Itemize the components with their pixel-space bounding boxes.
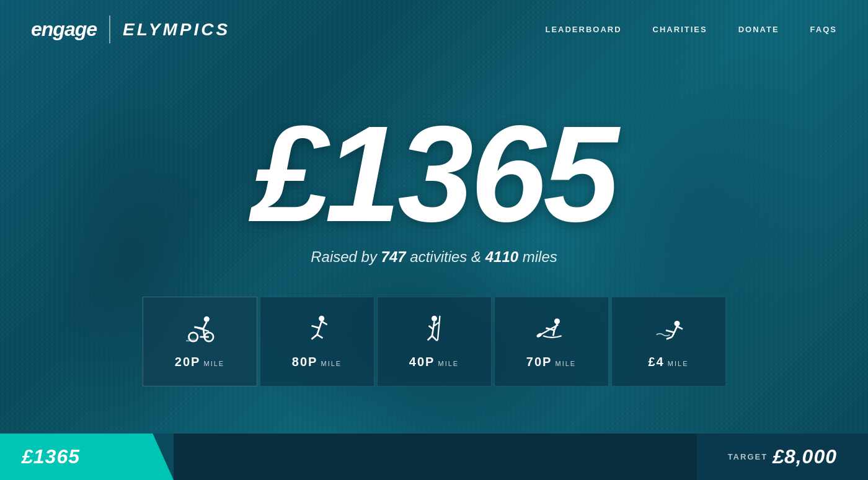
nav-leaderboard[interactable]: LEADERBOARD (545, 25, 621, 34)
svg-line-20 (428, 326, 433, 329)
svg-line-16 (317, 334, 322, 338)
running-icon (300, 315, 334, 346)
svg-line-23 (432, 336, 436, 340)
rowing-rate: 70P MILE (526, 355, 576, 369)
logo-engage[interactable]: engage (31, 18, 97, 41)
nav-faqs[interactable]: FAQs (810, 25, 837, 34)
bottom-fill (174, 434, 697, 480)
svg-line-12 (319, 321, 322, 328)
svg-line-17 (321, 321, 327, 324)
svg-line-13 (311, 326, 319, 328)
activity-cards: 20P MILE 80P MILE (143, 297, 726, 386)
svg-line-22 (427, 336, 432, 340)
activity-card-cycling: 20P MILE (143, 297, 257, 386)
svg-line-15 (311, 334, 317, 339)
svg-line-36 (671, 332, 674, 336)
hiking-icon (417, 315, 451, 346)
svg-line-1 (203, 321, 206, 328)
running-rate: 80P MILE (292, 355, 342, 369)
svg-point-6 (188, 332, 197, 341)
miles-count: 4110 (485, 248, 518, 265)
activity-card-rowing: 70P MILE (494, 297, 609, 386)
nav-charities[interactable]: CHARITIES (653, 25, 707, 34)
svg-point-27 (554, 318, 560, 324)
svg-line-26 (434, 322, 438, 325)
cycling-icon (183, 315, 217, 346)
svg-point-18 (432, 315, 437, 321)
target-label: TARGET (728, 452, 768, 461)
svg-line-14 (317, 328, 319, 334)
svg-line-35 (666, 330, 675, 333)
svg-point-0 (203, 316, 209, 321)
swimming-icon (652, 315, 686, 346)
bottom-bar: £1365 TARGET £8,000 (0, 434, 868, 480)
activity-card-swimming: £4 MILE (611, 297, 726, 386)
svg-point-11 (319, 315, 324, 321)
svg-line-31 (540, 325, 558, 334)
activity-card-running: 80P MILE (260, 297, 374, 386)
nav-donate[interactable]: DONATE (738, 25, 779, 34)
swimming-rate: £4 MILE (649, 355, 689, 369)
svg-line-21 (432, 329, 433, 336)
nav-links: LEADERBOARD CHARITIES DONATE FAQs (545, 25, 837, 34)
cycling-rate: 20P MILE (175, 355, 224, 369)
svg-line-34 (674, 326, 677, 332)
navbar: engage ELYMPICS LEADERBOARD CHARITIES DO… (0, 0, 868, 59)
target-amount: £8,000 (773, 445, 837, 468)
logo-elympics: ELYMPICS (123, 20, 230, 40)
svg-line-37 (666, 337, 671, 339)
svg-line-24 (437, 315, 440, 340)
svg-line-30 (553, 330, 554, 336)
subtitle: Raised by 747 activities & 4110 miles (311, 248, 557, 266)
svg-line-38 (677, 326, 683, 329)
activities-count: 747 (381, 248, 406, 265)
bottom-current-amount-area: £1365 (0, 434, 174, 480)
main-content: £1365 Raised by 747 activities & 4110 mi… (0, 59, 868, 434)
hiking-rate: 40P MILE (409, 355, 459, 369)
logo-area: engage ELYMPICS (31, 15, 230, 43)
bottom-current-amount: £1365 (22, 445, 80, 468)
activity-card-hiking: 40P MILE (377, 297, 492, 386)
bottom-target-area: TARGET £8,000 (697, 434, 868, 480)
svg-point-33 (674, 320, 680, 326)
rowing-icon (534, 315, 569, 346)
logo-divider (109, 15, 110, 43)
big-amount: £1365 (252, 106, 616, 242)
